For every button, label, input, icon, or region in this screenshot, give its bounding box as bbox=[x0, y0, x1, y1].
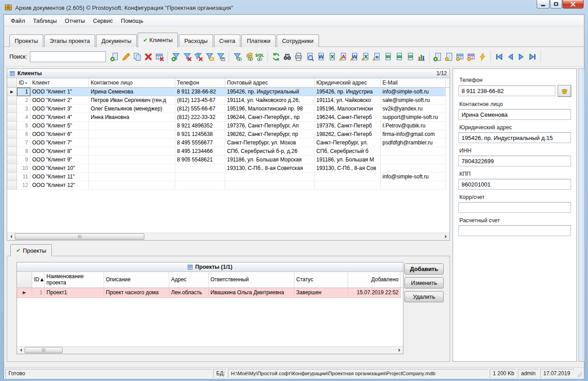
cell-desc[interactable]: Проект часного дома bbox=[104, 288, 169, 298]
cell-phone[interactable]: 8 495 5556677 bbox=[175, 139, 225, 147]
cell-name[interactable]: Проект1 bbox=[45, 288, 104, 298]
tab-3[interactable]: ✔Клиенты bbox=[138, 33, 178, 47]
delete-record-button[interactable] bbox=[143, 51, 154, 62]
close-button[interactable] bbox=[563, 0, 584, 8]
cell-id[interactable]: 12 bbox=[17, 181, 30, 190]
cell-id[interactable]: 6 bbox=[17, 130, 30, 139]
cell-legal[interactable]: 195196, Малоохтински bbox=[315, 105, 381, 113]
cell-contact[interactable]: Инна Ивановна bbox=[89, 113, 175, 122]
detail-input-settlement-account[interactable] bbox=[458, 225, 571, 236]
cell-legal[interactable]: 198262, Санкт-Петерб bbox=[315, 130, 381, 139]
panel-grid-icon[interactable] bbox=[10, 71, 15, 76]
column-header-3[interactable]: Телефон bbox=[175, 78, 225, 87]
grid-settings-button[interactable] bbox=[455, 51, 466, 62]
scroll-thumb[interactable] bbox=[25, 347, 63, 353]
cell-phone[interactable]: 8 905 5548621 bbox=[175, 156, 225, 164]
export-csv-button[interactable]: CSV bbox=[382, 51, 394, 62]
cell-postal[interactable] bbox=[225, 181, 315, 190]
menu-item-1[interactable]: Таблицы bbox=[29, 16, 61, 25]
column-header-4[interactable]: Почтовый адрес bbox=[225, 78, 315, 87]
cell-resp[interactable]: Ивашкина Ольга Дмитриевна bbox=[209, 288, 294, 298]
filter-remove-button[interactable] bbox=[182, 51, 193, 62]
row-selector[interactable] bbox=[7, 130, 17, 139]
cell-client[interactable]: ООО "Клиент 7" bbox=[30, 139, 89, 147]
row-selector[interactable] bbox=[7, 105, 17, 113]
cell-email[interactable] bbox=[381, 164, 446, 173]
column-header-1[interactable]: Клиент bbox=[30, 78, 89, 87]
scroll-thumb[interactable] bbox=[15, 233, 144, 240]
cell-client[interactable]: ООО "Клиент 10" bbox=[30, 164, 89, 173]
cell-id[interactable]: 9 bbox=[17, 156, 30, 164]
cell-id[interactable]: 3 bbox=[17, 105, 30, 113]
cell-id[interactable]: 5 bbox=[17, 122, 30, 130]
row-selector[interactable] bbox=[7, 96, 17, 105]
cell-legal[interactable]: 193130, С-Пб., 8-ая Сов bbox=[315, 164, 381, 173]
add-record-button[interactable] bbox=[109, 51, 121, 62]
tab-2[interactable]: Документы bbox=[96, 34, 137, 47]
client-row-8[interactable]: 8ООО "Клиент 8"8 495 1234466СПб, Серебри… bbox=[7, 147, 449, 156]
copy-record-button[interactable] bbox=[132, 51, 143, 62]
cell-client[interactable]: ООО "Клиент 2" bbox=[30, 96, 89, 105]
row-selector[interactable] bbox=[7, 139, 17, 147]
client-row-6[interactable]: 6ООО "Клиент 6"8 921 1245638198262, Санк… bbox=[7, 130, 449, 139]
client-row-4[interactable]: 4ООО "Клиент 4"Инна Ивановна(812) 222-33… bbox=[7, 113, 449, 122]
cell-id[interactable]: 10 bbox=[17, 164, 30, 173]
client-row-5[interactable]: 5ООО "Клиент 5"8 921 4896352197376, Санк… bbox=[7, 122, 449, 130]
tab-4[interactable]: Расходы bbox=[179, 34, 213, 47]
cell-postal[interactable]: 195196, Малоохтинский пр. 98 bbox=[225, 105, 315, 113]
delete-button[interactable]: Удалить bbox=[404, 291, 444, 302]
cell-postal[interactable]: 196244, Санкт-Петербург., пр bbox=[225, 113, 315, 122]
column-header-0[interactable]: ID▲ bbox=[17, 78, 30, 87]
cell-added[interactable]: 15.07.2019 22:52 bbox=[348, 288, 401, 298]
export-pdf-button[interactable]: A bbox=[338, 51, 349, 62]
cell-contact[interactable] bbox=[89, 156, 175, 164]
cell-legal[interactable] bbox=[315, 173, 381, 181]
cell-contact[interactable] bbox=[89, 164, 175, 173]
cell-phone[interactable] bbox=[175, 181, 225, 190]
cell-contact[interactable]: Петров Иван Сергеевич (ген.д bbox=[89, 96, 175, 105]
detail-input-corr-account[interactable] bbox=[458, 202, 571, 213]
cell-id[interactable]: 11 bbox=[17, 173, 30, 181]
column-header-2[interactable]: Контактное лицо bbox=[89, 78, 175, 87]
minimize-button[interactable] bbox=[537, 0, 550, 8]
row-selector[interactable] bbox=[7, 181, 17, 190]
cell-contact[interactable]: Олег Емельянов (менеджер) bbox=[89, 105, 175, 113]
cell-phone[interactable]: 8 921 1245638 bbox=[175, 130, 225, 139]
scroll-right-arrow[interactable] bbox=[395, 347, 403, 354]
cell-legal[interactable]: Санкт-Петербург, ул. bbox=[315, 139, 381, 147]
cell-postal[interactable]: 198262, Санкт-Петербург, пр bbox=[225, 130, 315, 139]
cell-postal[interactable]: 191114, ул. Чайковского д.26, bbox=[225, 96, 315, 105]
edit-record-button[interactable] bbox=[121, 51, 132, 62]
cell-client[interactable]: ООО "Клиент 11" bbox=[30, 173, 89, 181]
cell-phone[interactable]: (812) 555-66-67 bbox=[175, 105, 225, 113]
grid-views-button[interactable] bbox=[466, 51, 477, 62]
cell-email[interactable]: support@simple-soft.ru bbox=[381, 113, 446, 122]
cell-id[interactable]: 8 bbox=[17, 147, 30, 156]
cell-email[interactable] bbox=[381, 156, 446, 164]
cell-phone[interactable] bbox=[175, 173, 225, 181]
detail-input-kpp[interactable] bbox=[458, 179, 571, 190]
row-selector[interactable] bbox=[7, 122, 17, 130]
menu-item-3[interactable]: Сервис bbox=[89, 16, 117, 25]
cell-contact[interactable] bbox=[89, 130, 175, 139]
tab-0[interactable]: Проекты bbox=[9, 34, 43, 47]
record-insert-button[interactable] bbox=[433, 51, 444, 62]
column-header-5[interactable]: Статус bbox=[294, 272, 348, 288]
cell-id[interactable]: 1 bbox=[17, 88, 30, 96]
cell-legal[interactable]: 195426, пр. Индустриа bbox=[315, 88, 381, 96]
cell-id[interactable]: 2 bbox=[17, 96, 30, 105]
preview-button[interactable] bbox=[304, 51, 315, 62]
cell-postal[interactable]: 191186, ул. Большая Морская bbox=[225, 156, 315, 164]
resize-grip[interactable] bbox=[576, 369, 583, 378]
client-row-12[interactable]: 12ООО "Клиент 12" bbox=[7, 181, 449, 190]
refresh-button[interactable] bbox=[271, 51, 282, 62]
cell-email[interactable]: psdfdfgh@rambler.ru bbox=[381, 139, 446, 147]
column-header-4[interactable]: Ответственный bbox=[209, 272, 294, 288]
cell-legal[interactable]: СПб, Серебристый б bbox=[315, 147, 381, 156]
cell-contact[interactable] bbox=[89, 139, 175, 147]
client-row-11[interactable]: 11ООО "Клиент 11"info@simple-soft.ru bbox=[7, 173, 449, 181]
phone-dial-button[interactable] bbox=[558, 85, 571, 97]
client-row-10[interactable]: 10ООО "Клиент 10"193130, С-Пб., 8-ая Сов… bbox=[7, 164, 449, 173]
client-row-7[interactable]: 7ООО "Клиент 7"8 495 5556677Санкт-Петерб… bbox=[7, 139, 449, 147]
cell-legal[interactable]: 197376, Санкт-Петерб bbox=[315, 122, 381, 130]
